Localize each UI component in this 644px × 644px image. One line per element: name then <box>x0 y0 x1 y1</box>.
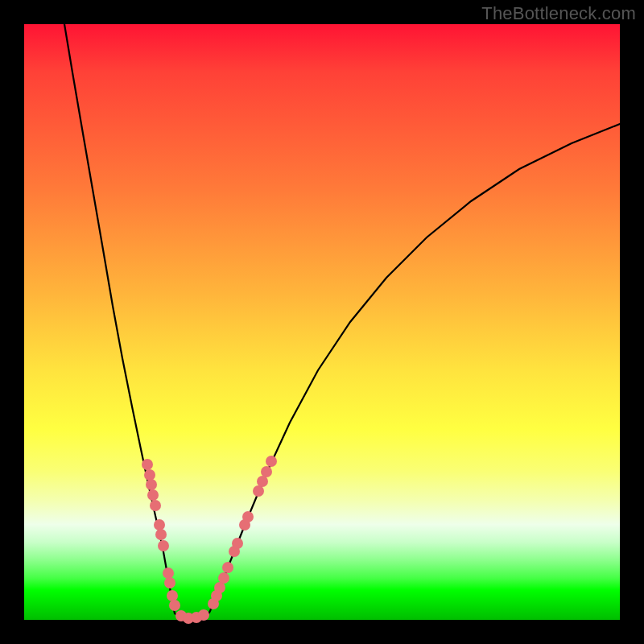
data-marker <box>253 485 264 497</box>
data-marker <box>158 540 169 551</box>
data-marker <box>257 476 268 487</box>
bottleneck-curve <box>64 24 620 618</box>
data-marker <box>167 590 178 601</box>
data-marker <box>164 577 175 588</box>
data-marker <box>242 511 254 522</box>
data-marker <box>155 529 167 540</box>
data-marker <box>261 466 272 477</box>
data-marker <box>146 479 157 490</box>
watermark-text: TheBottleneck.com <box>481 3 636 24</box>
data-marker <box>266 456 277 467</box>
data-marker <box>218 572 229 584</box>
plot-area <box>24 24 620 620</box>
data-marker <box>150 500 161 511</box>
data-marker <box>154 519 165 530</box>
data-marker <box>222 562 233 573</box>
chart-svg <box>24 24 620 620</box>
data-marker <box>147 489 159 501</box>
data-marker <box>198 609 209 621</box>
data-marker <box>214 582 225 593</box>
marker-group <box>142 456 277 624</box>
data-marker <box>163 568 174 579</box>
chart-frame: TheBottleneck.com <box>0 0 644 644</box>
data-marker <box>169 600 180 611</box>
data-marker <box>142 459 153 470</box>
data-marker <box>144 469 155 481</box>
data-marker <box>232 538 243 549</box>
